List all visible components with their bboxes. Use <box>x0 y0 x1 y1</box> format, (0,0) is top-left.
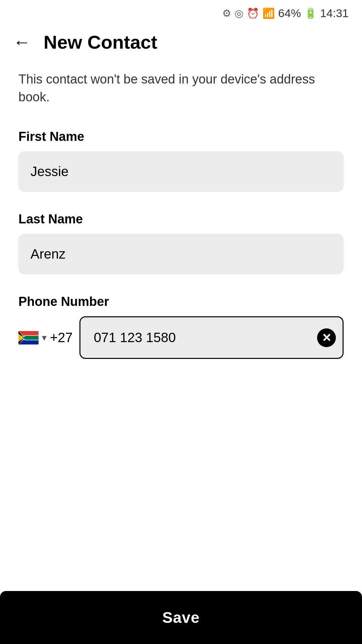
content-area: This contact won't be saved in your devi… <box>0 60 362 359</box>
first-name-input[interactable] <box>18 151 344 192</box>
country-code-text: +27 <box>50 330 73 345</box>
first-name-section: First Name <box>18 129 344 212</box>
last-name-section: Last Name <box>18 212 344 294</box>
back-arrow-icon: ← <box>13 33 31 51</box>
app-bar: ← New Contact <box>0 23 362 60</box>
last-name-input[interactable] <box>18 234 344 274</box>
notification-icon: ⚙ <box>222 7 231 19</box>
location-icon: ◎ <box>235 7 243 19</box>
status-bar: ⚙ ◎ ⏰ 📶 64% 🔋 14:31 <box>0 0 362 23</box>
phone-number-section: Phone Number <box>18 294 344 359</box>
phone-input-wrapper: ✕ <box>79 316 344 359</box>
phone-number-label: Phone Number <box>18 294 344 309</box>
battery-icon: 🔋 <box>304 7 317 19</box>
last-name-label: Last Name <box>18 212 344 226</box>
page-title: New Contact <box>44 31 157 53</box>
country-selector[interactable]: ▾ +27 <box>18 330 73 345</box>
flag-icon <box>18 331 39 344</box>
alarm-icon: ⏰ <box>247 7 259 19</box>
back-button[interactable]: ← <box>10 30 34 54</box>
phone-number-input[interactable] <box>87 317 317 358</box>
clock: 14:31 <box>320 7 349 20</box>
wifi-icon: 📶 <box>262 7 275 19</box>
phone-row: ▾ +27 ✕ <box>18 316 344 359</box>
dropdown-chevron-icon: ▾ <box>42 332 47 343</box>
info-text: This contact won't be saved in your devi… <box>18 70 344 106</box>
battery-percent: 64% <box>278 7 301 20</box>
status-icons: ⚙ ◎ ⏰ 📶 64% 🔋 14:31 <box>222 7 349 20</box>
clear-icon: ✕ <box>322 332 331 343</box>
first-name-label: First Name <box>18 129 344 144</box>
clear-phone-button[interactable]: ✕ <box>317 328 336 347</box>
save-button[interactable]: Save <box>0 591 362 644</box>
